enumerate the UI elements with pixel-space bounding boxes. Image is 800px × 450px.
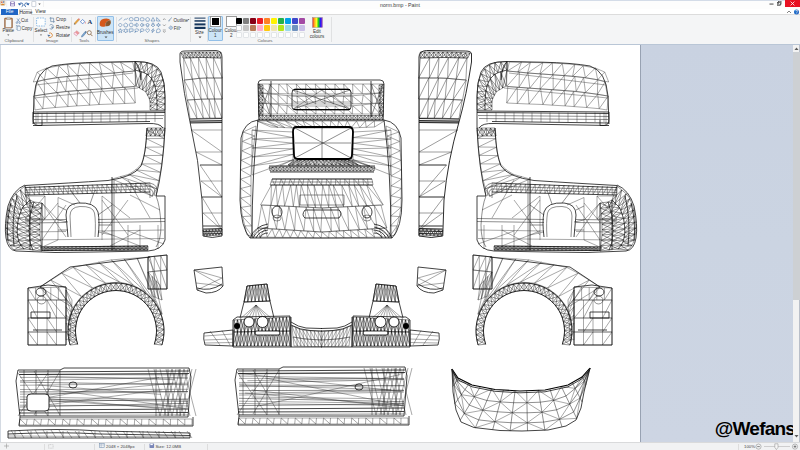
svg-text:Crop: Crop bbox=[56, 17, 66, 22]
svg-text:A: A bbox=[88, 18, 93, 25]
svg-text:Copy: Copy bbox=[22, 26, 33, 31]
svg-text:Outline: Outline bbox=[174, 18, 189, 23]
svg-text:Fill: Fill bbox=[174, 26, 180, 31]
svg-text:Cut: Cut bbox=[21, 18, 29, 23]
svg-text:Rotate: Rotate bbox=[56, 33, 70, 38]
svg-text:Paste: Paste bbox=[2, 28, 14, 33]
svg-text:?: ? bbox=[795, 10, 798, 15]
svg-text:Resize: Resize bbox=[56, 25, 70, 30]
svg-text:Select: Select bbox=[35, 28, 48, 33]
